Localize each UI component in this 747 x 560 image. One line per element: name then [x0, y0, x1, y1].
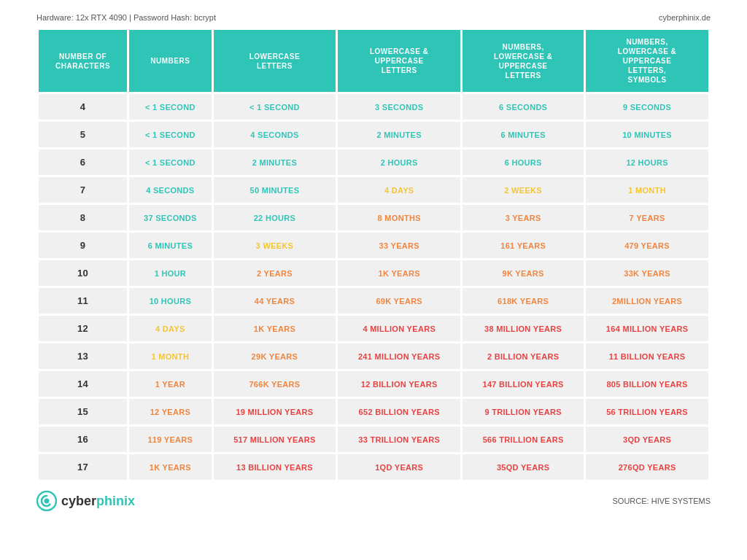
table-row: 101 HOUR2 YEARS1K YEARS9K YEARS33K YEARS [39, 260, 708, 286]
cell-value: 12 BILLION YEARS [338, 371, 460, 397]
cell-value: 161 YEARS [462, 233, 584, 258]
cell-value: 618K YEARS [462, 288, 584, 314]
cell-chars: 6 [39, 149, 127, 175]
cell-value: 2 MINUTES [338, 122, 460, 147]
cell-value: 2 YEARS [214, 260, 336, 286]
cell-value: 12 YEARS [129, 399, 211, 424]
cell-value: 19 MILLION YEARS [214, 399, 336, 424]
header-all: NUMBERS,LOWERCASE &UPPERCASELETTERS,SYMB… [586, 30, 708, 92]
cell-value: 44 YEARS [214, 288, 336, 314]
cell-value: 35QD YEARS [462, 454, 584, 480]
cell-value: 1QD YEARS [338, 454, 460, 480]
cell-value: 2MILLION YEARS [586, 288, 708, 314]
cell-value: 29K YEARS [214, 343, 336, 369]
cell-chars: 4 [39, 94, 127, 120]
cell-value: 50 MINUTES [214, 177, 336, 203]
cell-value: 33 TRILLION YEARS [338, 427, 460, 452]
table-row: 1512 YEARS19 MILLION YEARS652 BILLION YE… [39, 399, 708, 424]
cell-value: 10 HOURS [129, 288, 211, 314]
cell-value: 56 TRILLION YEARS [586, 399, 708, 424]
cell-value: 4 DAYS [129, 316, 211, 341]
cell-value: 10 MINUTES [586, 122, 708, 147]
logo: cyberphinix [36, 491, 135, 511]
cell-value: < 1 SECOND [214, 94, 336, 120]
table-row: 124 DAYS1K YEARS4 MILLION YEARS38 MILLIO… [39, 316, 708, 341]
table-row: 1110 HOURS44 YEARS69K YEARS618K YEARS2MI… [39, 288, 708, 314]
cell-value: 9 TRILLION YEARS [462, 399, 584, 424]
cell-value: 1 YEAR [129, 371, 211, 397]
cell-chars: 13 [39, 343, 127, 369]
source-text: SOURCE: HIVE SYSTEMS [613, 497, 711, 505]
cell-value: 7 YEARS [586, 205, 708, 230]
table-header-row: NUMBER OFCHARACTERS NUMBERS LOWERCASELET… [39, 30, 708, 92]
cell-value: 766K YEARS [214, 371, 336, 397]
cell-value: 33K YEARS [586, 260, 708, 286]
cell-chars: 15 [39, 399, 127, 424]
cell-value: 6 SECONDS [462, 94, 584, 120]
cell-value: 241 MILLION YEARS [338, 343, 460, 369]
header-numbers: NUMBERS [129, 30, 211, 92]
cell-chars: 9 [39, 233, 127, 258]
cell-chars: 12 [39, 316, 127, 341]
logo-text: cyberphinix [61, 494, 135, 509]
cell-value: 1 MONTH [586, 177, 708, 203]
page-wrapper: Hardware: 12x RTX 4090 | Password Hash: … [0, 0, 747, 529]
password-table: NUMBER OFCHARACTERS NUMBERS LOWERCASELET… [36, 28, 711, 482]
table-row: 16119 YEARS517 MILLION YEARS33 TRILLION … [39, 427, 708, 452]
cell-value: 4 SECONDS [214, 122, 336, 147]
cell-value: 3QD YEARS [586, 427, 708, 452]
cell-value: 1 MONTH [129, 343, 211, 369]
cell-value: 2 WEEKS [462, 177, 584, 203]
cell-value: 1K YEARS [214, 316, 336, 341]
cell-value: 8 MONTHS [338, 205, 460, 230]
cell-value: 38 MILLION YEARS [462, 316, 584, 341]
table-row: 74 SECONDS50 MINUTES4 DAYS2 WEEKS1 MONTH [39, 177, 708, 203]
table-row: 141 YEAR766K YEARS12 BILLION YEARS147 BI… [39, 371, 708, 397]
footer: cyberphinix SOURCE: HIVE SYSTEMS [36, 482, 711, 514]
cell-value: 805 BILLION YEARS [586, 371, 708, 397]
cell-value: 3 WEEKS [214, 233, 336, 258]
header-chars: NUMBER OFCHARACTERS [39, 30, 127, 92]
cell-value: 69K YEARS [338, 288, 460, 314]
cell-value: 13 BILLION YEARS [214, 454, 336, 480]
site-name: cyberphinix.de [659, 13, 711, 22]
table-row: 4< 1 SECOND< 1 SECOND3 SECONDS6 SECONDS9… [39, 94, 708, 120]
cell-value: 9 SECONDS [586, 94, 708, 120]
cell-value: 37 SECONDS [129, 205, 211, 230]
cell-chars: 14 [39, 371, 127, 397]
hardware-info: Hardware: 12x RTX 4090 | Password Hash: … [36, 13, 216, 22]
cell-value: 4 SECONDS [129, 177, 211, 203]
table-row: 5< 1 SECOND4 SECONDS2 MINUTES6 MINUTES10… [39, 122, 708, 147]
cell-value: 119 YEARS [129, 427, 211, 452]
cell-chars: 16 [39, 427, 127, 452]
cell-value: 3 YEARS [462, 205, 584, 230]
cell-value: 22 HOURS [214, 205, 336, 230]
cell-chars: 5 [39, 122, 127, 147]
cell-value: 4 DAYS [338, 177, 460, 203]
cell-value: 6 MINUTES [129, 233, 211, 258]
table-row: 6< 1 SECOND2 MINUTES2 HOURS6 HOURS12 HOU… [39, 149, 708, 175]
table-row: 96 MINUTES3 WEEKS33 YEARS161 YEARS479 YE… [39, 233, 708, 258]
cell-value: 1K YEARS [338, 260, 460, 286]
svg-point-1 [44, 499, 50, 504]
cell-chars: 10 [39, 260, 127, 286]
cell-value: 147 BILLION YEARS [462, 371, 584, 397]
cell-value: 164 MILLION YEARS [586, 316, 708, 341]
cell-value: 9K YEARS [462, 260, 584, 286]
cell-value: 2 HOURS [338, 149, 460, 175]
cell-value: < 1 SECOND [129, 149, 211, 175]
cell-value: 4 MILLION YEARS [338, 316, 460, 341]
cell-value: 1K YEARS [129, 454, 211, 480]
header-lower-upper: LOWERCASE &UPPERCASELETTERS [338, 30, 460, 92]
cell-value: 3 SECONDS [338, 94, 460, 120]
cell-value: 566 TRILLION EARS [462, 427, 584, 452]
cell-value: 6 HOURS [462, 149, 584, 175]
header-lowercase: LOWERCASELETTERS [214, 30, 336, 92]
cell-value: 33 YEARS [338, 233, 460, 258]
logo-icon [36, 491, 57, 511]
cell-value: 276QD YEARS [586, 454, 708, 480]
cell-value: 2 BILLION YEARS [462, 343, 584, 369]
cell-value: 12 HOURS [586, 149, 708, 175]
cell-chars: 17 [39, 454, 127, 480]
cell-value: 6 MINUTES [462, 122, 584, 147]
